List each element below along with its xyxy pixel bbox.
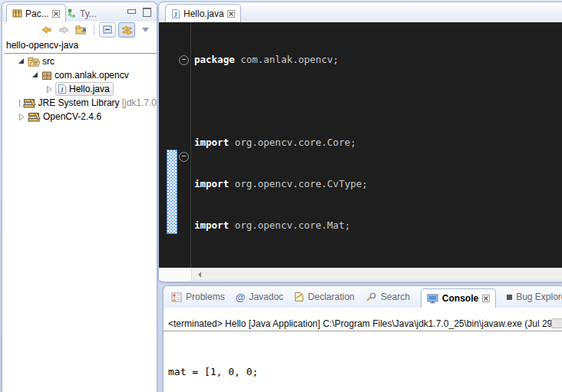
tree-item-label: OpenCV-2.4.6 (43, 111, 101, 122)
java-file-icon: J (58, 84, 67, 94)
tab-label: Ty... (80, 8, 97, 19)
collapse-all-button[interactable] (99, 22, 116, 38)
tree-item-opencv-library[interactable]: OpenCV-2.4.6 (5, 110, 157, 124)
selected-item-highlight: J Hello.java (55, 82, 114, 96)
tab-declaration[interactable]: Declaration (294, 292, 355, 302)
minimize-icon[interactable] (127, 9, 136, 14)
tree-item-label: JRE System Library (38, 97, 120, 108)
tree-item-jre-library[interactable]: JRE System Library [jdk1.7.0 (5, 96, 157, 110)
code-token: package (194, 54, 235, 65)
collapsed-arrow-icon[interactable] (18, 113, 25, 121)
back-button[interactable] (38, 23, 54, 37)
tree-item-package[interactable]: com.anlak.opencv (5, 68, 157, 82)
tab-label: Console (442, 293, 478, 304)
editor-panel: J Hello.java − − package com.anlak.openc… (158, 2, 562, 282)
tab-label: Pac... (25, 8, 49, 19)
tree-item-label: src (42, 56, 55, 67)
code-line (191, 94, 562, 108)
library-icon (23, 98, 36, 108)
console-output[interactable]: mat = [1, 0, 0; 0, 1, 0; 0, 0, 1] (168, 335, 562, 392)
back-icon (41, 25, 52, 35)
code-token: import (194, 178, 229, 189)
bottom-tabbar: Problems @ Javadoc Declaration Search (164, 286, 562, 308)
package-explorer-panel: Pac... Ty... (2, 2, 157, 392)
console-output-line: mat = [1, 0, 0; (168, 364, 562, 379)
fold-collapse-icon[interactable]: − (179, 55, 189, 65)
code-token: org.opencv.core.Mat; (229, 219, 350, 231)
tab-label: Declaration (308, 292, 355, 302)
tab-label: Problems (186, 292, 225, 302)
tab-bug-explorer[interactable]: Bug Explorer (507, 292, 562, 302)
problems-icon (171, 292, 182, 302)
tree-divider (5, 53, 157, 54)
forward-button[interactable] (56, 23, 71, 37)
view-menu-button[interactable] (137, 23, 153, 37)
tree-item-detail: [jdk1.7.0 (122, 97, 157, 108)
code-token: import (194, 137, 229, 148)
link-with-editor-button[interactable] (118, 22, 135, 38)
expanded-arrow-icon[interactable] (18, 58, 25, 65)
code-editor[interactable]: − − package com.anlak.opencv; import org… (159, 22, 562, 268)
code-line: package com.anlak.opencv; (191, 53, 562, 67)
tree-item-label: com.anlak.opencv (55, 70, 129, 81)
package-explorer-tree: hello-opencv-java src com.anlak.opencv (2, 38, 157, 124)
console-title: <terminated> Hello [Java Application] C:… (164, 318, 562, 331)
collapsed-arrow-icon[interactable] (45, 85, 53, 94)
tab-label: Search (381, 292, 410, 302)
console-toolbar-fragment[interactable] (551, 318, 562, 328)
go-up-button[interactable] (74, 23, 89, 37)
collapsed-arrow-icon[interactable] (18, 99, 21, 107)
javadoc-icon: @ (236, 292, 246, 303)
console-panel: Problems @ Javadoc Declaration Search (163, 285, 562, 392)
bug-explorer-icon (507, 295, 512, 300)
code-token: org.opencv.core.Core; (229, 137, 356, 148)
code-line: import org.opencv.core.Core; (191, 136, 562, 150)
tab-label: Hello.java (183, 8, 224, 19)
editor-corner (159, 268, 191, 280)
link-with-editor-icon (121, 25, 133, 35)
declaration-icon (294, 292, 304, 302)
horizontal-scrollbar[interactable] (191, 268, 562, 281)
close-icon[interactable] (227, 10, 235, 18)
maximize-icon[interactable] (143, 8, 151, 17)
expanded-arrow-icon[interactable] (31, 71, 39, 79)
tab-hello-java[interactable]: J Hello.java (165, 4, 241, 22)
scroll-left-icon[interactable] (195, 272, 201, 278)
package-icon (41, 71, 52, 81)
package-explorer-icon (12, 8, 22, 18)
forward-icon (58, 25, 70, 35)
close-icon[interactable] (482, 295, 490, 302)
collapse-all-icon (103, 25, 113, 35)
code-token: org.opencv.core.CvType; (229, 178, 368, 189)
tab-package-explorer[interactable]: Pac... (6, 4, 66, 22)
tab-problems[interactable]: Problems (171, 292, 225, 302)
eclipse-workbench: Pac... Ty... (0, 0, 562, 392)
console-icon (427, 294, 438, 304)
view-window-buttons (127, 8, 151, 17)
code-line: import org.opencv.core.Mat; (191, 219, 562, 232)
svg-text:J: J (174, 10, 177, 18)
close-icon[interactable] (52, 10, 60, 18)
type-hierarchy-icon (68, 8, 77, 18)
java-file-icon: J (171, 8, 180, 19)
tree-item-src[interactable]: src (5, 54, 157, 68)
tab-label: Javadoc (249, 292, 283, 302)
tab-label: Bug Explorer (516, 292, 562, 302)
tab-type-hierarchy[interactable]: Ty... (62, 5, 102, 21)
range-indicator (167, 150, 177, 234)
fold-collapse-icon[interactable]: − (179, 152, 189, 162)
tab-console[interactable]: Console (421, 288, 496, 308)
tab-javadoc[interactable]: @ Javadoc (236, 292, 283, 303)
editor-tabbar: J Hello.java (159, 2, 562, 21)
code-token: com.anlak.opencv; (235, 54, 339, 65)
source-folder-icon (28, 57, 40, 67)
tab-search[interactable]: Search (365, 292, 410, 302)
project-root-label[interactable]: hello-opencv-java (5, 40, 157, 51)
library-icon (28, 112, 41, 122)
tree-item-hello-java[interactable]: J Hello.java (5, 82, 157, 96)
package-explorer-toolbar (2, 21, 157, 38)
svg-text:J: J (60, 86, 64, 94)
chevron-down-icon (141, 27, 150, 33)
go-up-folder-icon (75, 25, 88, 35)
search-icon (365, 292, 377, 302)
